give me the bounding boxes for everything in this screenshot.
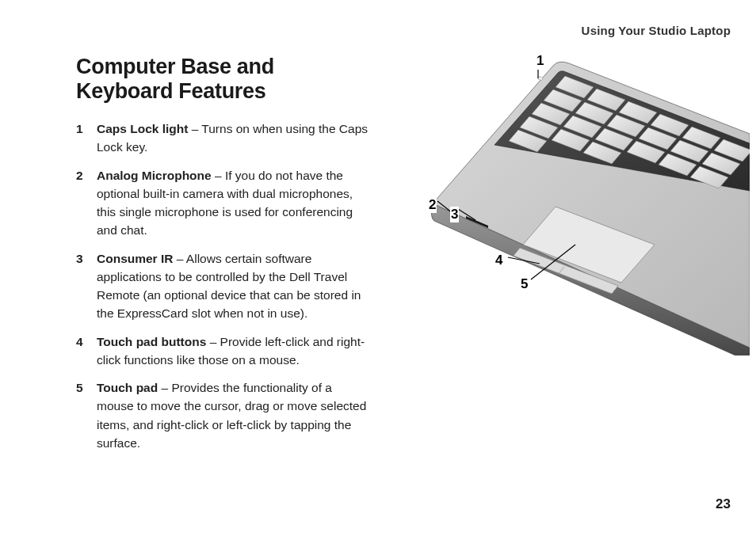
laptop-figure: 1 2 3 4 5 <box>401 55 731 340</box>
feature-item-5: Touch pad – Provides the functionality o… <box>76 378 369 452</box>
feature-sep: – <box>206 335 220 348</box>
feature-title: Touch pad <box>97 381 158 394</box>
feature-title: Caps Lock light <box>97 122 188 135</box>
feature-title: Consumer IR <box>97 252 173 265</box>
feature-title: Touch pad buttons <box>97 335 206 348</box>
feature-list: Caps Lock light – Turns on when using th… <box>76 120 369 452</box>
feature-item-2: Analog Microphone – If you do not have t… <box>76 166 369 240</box>
page-number: 23 <box>716 496 731 512</box>
feature-item-3: Consumer IR – Allows certain software ap… <box>76 249 369 323</box>
feature-sep: – <box>212 169 225 182</box>
laptop-illustration <box>401 55 750 355</box>
feature-sep: – <box>188 122 201 135</box>
section-title: Computer Base and Keyboard Features <box>76 55 369 104</box>
feature-sep: – <box>173 252 185 265</box>
callout-1: 1 <box>536 53 544 69</box>
page-content: Computer Base and Keyboard Features Caps… <box>76 55 731 462</box>
feature-item-4: Touch pad buttons – Provide left-click a… <box>76 333 369 370</box>
callout-2: 2 <box>428 197 437 213</box>
feature-item-1: Caps Lock light – Turns on when using th… <box>76 120 369 157</box>
feature-sep: – <box>158 381 171 394</box>
callout-3: 3 <box>450 207 459 222</box>
text-column: Computer Base and Keyboard Features Caps… <box>76 55 369 462</box>
running-head: Using Your Studio Laptop <box>76 24 731 37</box>
callout-4: 4 <box>494 253 503 268</box>
callout-5: 5 <box>520 276 529 292</box>
feature-title: Analog Microphone <box>97 169 212 182</box>
figure-column: 1 2 3 4 5 <box>401 55 731 462</box>
